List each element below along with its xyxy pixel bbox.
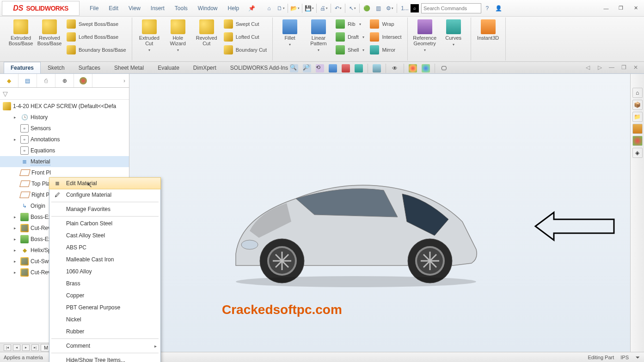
- menu-window[interactable]: Window: [193, 3, 222, 13]
- extruded-cut-button[interactable]: Extruded Cut: [136, 18, 163, 54]
- draft-button[interactable]: Draft: [334, 30, 366, 43]
- tab-evaluate[interactable]: Evaluate: [151, 62, 186, 73]
- lofted-boss-button[interactable]: Lofted Boss/Base: [65, 30, 128, 43]
- tab-addins[interactable]: SOLIDWORKS Add-Ins: [223, 62, 295, 73]
- swept-cut-button[interactable]: Swept Cut: [222, 18, 269, 30]
- appearance-pane-icon[interactable]: [632, 136, 643, 146]
- next-doc-icon[interactable]: ▷: [595, 63, 604, 72]
- context-material-item[interactable]: Copper: [49, 290, 160, 302]
- settings-icon[interactable]: ⚙: [384, 3, 395, 14]
- tree-item[interactable]: ▫Sensors: [0, 123, 129, 134]
- swept-boss-button[interactable]: Swept Boss/Base: [65, 18, 128, 30]
- print-icon[interactable]: 🖨: [318, 3, 329, 14]
- menu-file[interactable]: File: [85, 3, 103, 13]
- expand-icon[interactable]: ▸: [14, 137, 18, 142]
- rebuild-icon[interactable]: 🟢: [361, 3, 372, 14]
- section-view-icon[interactable]: [327, 63, 339, 74]
- menu-help[interactable]: Help: [223, 3, 244, 13]
- expand-icon[interactable]: ▸: [14, 226, 18, 230]
- expand-icon[interactable]: ▸: [14, 215, 18, 219]
- context-material-item[interactable]: Plain Carbon Steel: [49, 217, 160, 229]
- doc-minimize-icon[interactable]: —: [607, 63, 616, 72]
- new-icon[interactable]: 🗋: [275, 3, 286, 14]
- doc-close-icon[interactable]: ✕: [631, 63, 640, 72]
- display-style-icon[interactable]: [353, 63, 365, 74]
- context-comment[interactable]: Comment: [49, 340, 160, 352]
- prev-view-icon[interactable]: ⟲: [314, 63, 326, 74]
- qat-overflow[interactable]: 1...: [399, 3, 411, 14]
- menu-tools[interactable]: Tools: [170, 3, 192, 13]
- minimize-icon[interactable]: —: [600, 3, 613, 13]
- extruded-boss-button[interactable]: Extruded Boss/Base: [7, 18, 34, 48]
- open-icon[interactable]: 📂: [289, 3, 301, 14]
- fillet-button[interactable]: Fillet: [276, 18, 303, 48]
- rib-button[interactable]: Rib: [334, 18, 366, 30]
- tree-item[interactable]: Front Pl: [0, 167, 129, 178]
- expand-icon[interactable]: ▸: [14, 259, 18, 264]
- context-hide-show-tree[interactable]: Hide/Show Tree Items...: [49, 354, 160, 362]
- display-manager-tab-icon[interactable]: [74, 74, 92, 87]
- revolved-cut-button[interactable]: Revolved Cut: [193, 18, 220, 48]
- hole-wizard-button[interactable]: Hole Wizard: [165, 18, 191, 54]
- context-material-item[interactable]: Brass: [49, 278, 160, 290]
- context-material-item[interactable]: 1060 Alloy: [49, 265, 160, 278]
- expand-icon[interactable]: ▸: [14, 248, 18, 253]
- tab-surfaces[interactable]: Surfaces: [72, 62, 107, 73]
- tree-item[interactable]: ▫Equations: [0, 145, 129, 156]
- resources-pane-icon[interactable]: 📦: [632, 100, 643, 110]
- tree-item[interactable]: ≣Material: [0, 156, 129, 167]
- search-icon[interactable]: ⌕: [411, 4, 419, 12]
- view-orient-icon[interactable]: [340, 63, 352, 74]
- tab-scroll-first-icon[interactable]: |◂: [4, 344, 11, 351]
- context-manage-favorites[interactable]: Manage Favorites: [49, 203, 160, 215]
- boundary-cut-button[interactable]: Boundary Cut: [222, 43, 269, 56]
- user-icon[interactable]: 👤: [493, 3, 504, 14]
- tab-features[interactable]: Features: [4, 62, 41, 73]
- context-material-item[interactable]: Rubber: [49, 326, 160, 338]
- options-icon[interactable]: ▥: [373, 3, 384, 14]
- tab-sketch[interactable]: Sketch: [41, 62, 72, 73]
- prev-doc-icon[interactable]: ◁: [583, 63, 592, 72]
- model-viewport[interactable]: Crackedsoftpc.com: [129, 74, 630, 352]
- expand-icon[interactable]: ▸: [14, 237, 18, 241]
- select-icon[interactable]: ↖: [347, 3, 358, 14]
- restore-icon[interactable]: ❐: [614, 3, 627, 13]
- context-material-item[interactable]: Malleable Cast Iron: [49, 253, 160, 265]
- save-icon[interactable]: 💾: [304, 3, 315, 14]
- context-configure-material[interactable]: 🖉 Configure Material: [49, 189, 160, 201]
- context-material-item[interactable]: Nickel: [49, 314, 160, 326]
- search-commands[interactable]: [421, 3, 481, 13]
- configuration-tab-icon[interactable]: ⎙: [37, 74, 55, 87]
- zoom-area-icon[interactable]: 🔎: [301, 63, 313, 74]
- dimxpert-tab-icon[interactable]: ⊕: [55, 74, 74, 87]
- intersect-button[interactable]: Intersect: [368, 30, 403, 43]
- home-pane-icon[interactable]: ⌂: [632, 88, 643, 98]
- undo-icon[interactable]: ↶: [332, 3, 343, 14]
- linear-pattern-button[interactable]: Linear Pattern: [305, 18, 332, 54]
- status-units[interactable]: IPS: [620, 355, 629, 360]
- feature-tree-tab-icon[interactable]: ◆: [0, 74, 18, 87]
- context-edit-material[interactable]: ≣ Edit Material: [49, 177, 161, 189]
- menu-edit[interactable]: Edit: [104, 3, 123, 13]
- tree-root[interactable]: 1-4-20 HEX CAP SCREW (Default<<Defa: [0, 101, 129, 112]
- close-icon[interactable]: ✕: [629, 3, 642, 13]
- view-palette-pane-icon[interactable]: [632, 124, 643, 134]
- expand-icon[interactable]: ▸: [14, 270, 18, 275]
- expand-icon[interactable]: ▸: [14, 115, 18, 120]
- menu-insert[interactable]: Insert: [146, 3, 169, 13]
- eye-icon[interactable]: 👁: [389, 63, 401, 74]
- boundary-boss-button[interactable]: Boundary Boss/Base: [65, 43, 128, 56]
- help-icon[interactable]: ?: [482, 3, 493, 14]
- context-material-item[interactable]: ABS PC: [49, 241, 160, 253]
- tree-item[interactable]: ▸🕓History: [0, 112, 129, 123]
- context-material-item[interactable]: PBT General Purpose: [49, 302, 160, 314]
- reference-geometry-button[interactable]: Reference Geometry: [411, 18, 438, 54]
- filter-row[interactable]: ▽: [0, 88, 129, 100]
- viewport-icon[interactable]: 🖵: [438, 63, 450, 74]
- lofted-cut-button[interactable]: Lofted Cut: [222, 30, 269, 43]
- wrap-button[interactable]: Wrap: [368, 18, 403, 30]
- shell-button[interactable]: Shell: [334, 43, 366, 56]
- search-input[interactable]: [423, 6, 487, 11]
- library-pane-icon[interactable]: 📁: [632, 112, 643, 122]
- mirror-button[interactable]: Mirror: [368, 43, 403, 56]
